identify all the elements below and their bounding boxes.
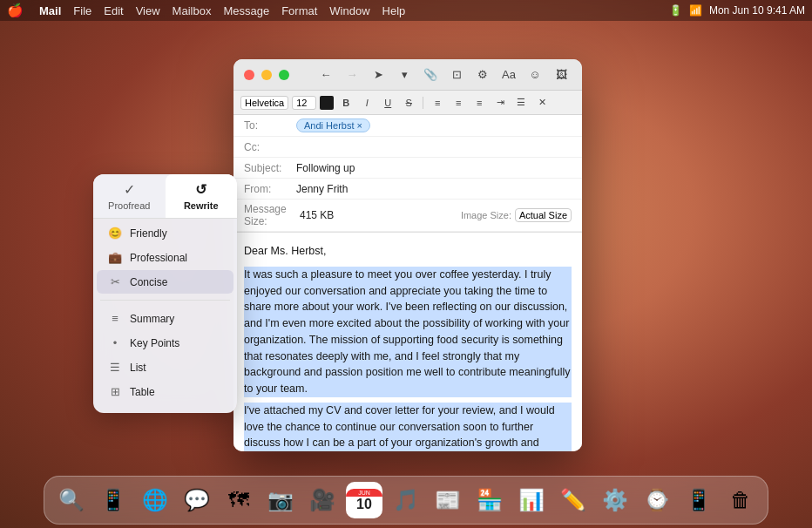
rewrite-icon: ↺: [195, 181, 206, 198]
list-label: List: [130, 362, 146, 374]
ai-friendly[interactable]: 😊 Friendly: [97, 221, 233, 245]
dock-iphone[interactable]: 📱: [680, 482, 717, 518]
list-icon: ☰: [107, 361, 123, 374]
attachment-button[interactable]: 📎: [420, 64, 441, 85]
dock-trash[interactable]: 🗑: [722, 482, 759, 518]
friendly-icon: 😊: [107, 227, 123, 240]
cc-row: Cc:: [233, 137, 582, 158]
subject-value[interactable]: Following up: [296, 162, 572, 174]
ai-professional[interactable]: 💼 Professional: [97, 246, 233, 269]
proofread-icon: ✓: [124, 181, 135, 198]
battery-icon: 🔋: [669, 4, 682, 17]
ai-concise[interactable]: ✂ Concise: [97, 270, 233, 294]
text-color-swatch[interactable]: [320, 96, 334, 110]
bold-button[interactable]: B: [337, 94, 355, 112]
apple-menu[interactable]: 🍎: [7, 3, 24, 18]
text-format-button[interactable]: Aa: [498, 64, 519, 85]
minimize-button[interactable]: [261, 70, 272, 80]
subject-label: Subject:: [244, 162, 296, 174]
dock-photos[interactable]: 📷: [262, 482, 299, 518]
menubar-format[interactable]: Format: [281, 4, 317, 17]
from-value[interactable]: Jenny Frith: [296, 183, 572, 195]
strikethrough-button[interactable]: S: [400, 94, 417, 112]
clear-format-button[interactable]: ✕: [533, 94, 551, 112]
dock-maps[interactable]: 🗺: [220, 482, 257, 518]
table-icon: ⊞: [107, 385, 123, 398]
dock-watch[interactable]: ⌚: [639, 482, 675, 518]
dock-messages[interactable]: 💬: [179, 482, 215, 518]
key-points-label: Key Points: [130, 337, 179, 349]
underline-button[interactable]: U: [379, 94, 396, 112]
key-points-icon: •: [107, 336, 123, 349]
format-bar: Helvetica 12 B I U S ≡ ≡ ≡ ⇥ ☰ ✕: [233, 91, 582, 115]
message-size-label: Message Size:: [244, 203, 296, 227]
maximize-button[interactable]: [279, 70, 289, 80]
format-divider: [423, 97, 423, 109]
summary-label: Summary: [130, 313, 174, 325]
align-left-button[interactable]: ≡: [429, 94, 446, 112]
align-right-button[interactable]: ≡: [470, 94, 488, 112]
send-dropdown[interactable]: ▾: [394, 64, 415, 85]
close-button[interactable]: [244, 70, 254, 80]
layout-button[interactable]: ⊡: [446, 64, 467, 85]
ai-tabs: ✓ Proofread ↺ Rewrite: [93, 174, 237, 219]
dock-systemprefs[interactable]: ⚙️: [597, 482, 633, 518]
size-row: Message Size: 415 KB Image Size: Actual …: [233, 200, 582, 232]
compose-window: ← → ➤ ▾ 📎 ⊡ ⚙ Aa ☺ 🖼 Helvetica 12 B I U …: [233, 59, 582, 451]
paragraph1: It was such a pleasure to meet you over …: [244, 267, 572, 397]
dock-itunes[interactable]: 🎵: [388, 482, 424, 518]
menubar-mailbox[interactable]: Mailbox: [173, 4, 212, 17]
dock-news[interactable]: 📰: [430, 482, 466, 518]
recipient-tag[interactable]: Andi Herbst ×: [296, 118, 370, 132]
professional-label: Professional: [130, 252, 187, 264]
message-size-value: 415 KB: [300, 209, 334, 221]
ai-tone-section: 😊 Friendly 💼 Professional ✂ Concise: [93, 219, 237, 296]
ai-panel: ✓ Proofread ↺ Rewrite 😊 Friendly 💼 Profe…: [93, 174, 237, 413]
align-center-button[interactable]: ≡: [450, 94, 467, 112]
italic-button[interactable]: I: [358, 94, 376, 112]
menubar-right: 🔋 📶 Mon Jun 10 9:41 AM: [669, 4, 805, 17]
options-button[interactable]: ⚙: [472, 64, 493, 85]
menubar-window[interactable]: Window: [329, 4, 369, 17]
indent-button[interactable]: ⇥: [491, 94, 509, 112]
back-button[interactable]: ←: [315, 64, 336, 85]
ai-summary[interactable]: ≡ Summary: [97, 307, 233, 330]
ai-table[interactable]: ⊞ Table: [97, 380, 233, 403]
menubar-message[interactable]: Message: [223, 4, 269, 17]
image-size-label: Image Size:: [461, 210, 511, 220]
photos-button[interactable]: 🖼: [551, 64, 572, 85]
emoji-button[interactable]: ☺: [524, 64, 545, 85]
dock-pages[interactable]: ✏️: [555, 482, 592, 518]
image-size-dropdown[interactable]: Actual Size: [515, 208, 572, 222]
menubar-file[interactable]: File: [73, 4, 91, 17]
ai-list[interactable]: ☰ List: [97, 355, 233, 379]
professional-icon: 💼: [107, 251, 123, 264]
font-selector[interactable]: Helvetica: [240, 96, 288, 110]
menubar-view[interactable]: View: [136, 4, 160, 17]
tab-rewrite-label: Rewrite: [184, 200, 219, 211]
menubar-app-name[interactable]: Mail: [39, 4, 61, 17]
paragraph2: I've attached my CV and cover letter for…: [244, 403, 572, 451]
compose-body[interactable]: Dear Ms. Herbst, It was such a pleasure …: [233, 233, 582, 451]
to-label: To:: [244, 119, 296, 132]
dock-numbers[interactable]: 📊: [513, 482, 550, 518]
dock-appstore[interactable]: 🏪: [471, 482, 508, 518]
dock-finder[interactable]: 🔍: [53, 482, 90, 518]
friendly-label: Friendly: [130, 227, 167, 240]
wifi-icon: 📶: [689, 4, 702, 17]
font-size-selector[interactable]: 12: [292, 96, 316, 110]
tab-proofread[interactable]: ✓ Proofread: [93, 174, 166, 218]
send-button[interactable]: ➤: [368, 64, 389, 85]
menubar-left: 🍎 Mail File Edit View Mailbox Message Fo…: [7, 3, 405, 18]
menubar-edit[interactable]: Edit: [104, 4, 123, 17]
menubar-help[interactable]: Help: [382, 4, 406, 17]
greeting: Dear Ms. Herbst,: [244, 243, 572, 260]
dock-calendar[interactable]: JUN 10: [346, 482, 382, 518]
forward-button[interactable]: →: [342, 64, 362, 85]
tab-rewrite[interactable]: ↺ Rewrite: [166, 174, 238, 218]
list-format-button[interactable]: ☰: [512, 94, 530, 112]
dock-facetime[interactable]: 🎥: [304, 482, 341, 518]
dock-safari[interactable]: 🌐: [137, 482, 173, 518]
dock-launchpad[interactable]: 📱: [95, 482, 132, 518]
ai-key-points[interactable]: • Key Points: [97, 331, 233, 355]
